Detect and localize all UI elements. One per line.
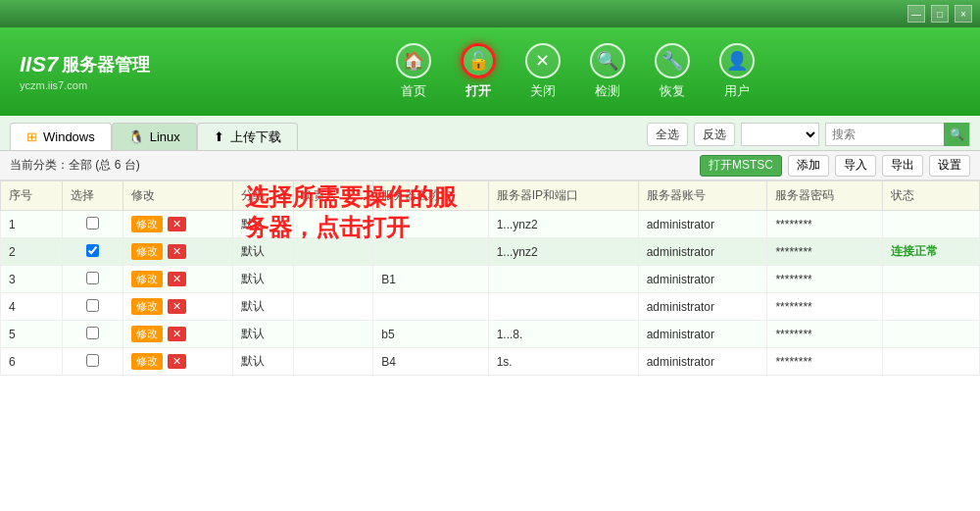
nav-home[interactable]: 🏠 首页: [396, 43, 431, 100]
nav-open[interactable]: 🔓 打开: [461, 43, 496, 100]
delete-button[interactable]: ✕: [168, 327, 186, 341]
cell-modify[interactable]: 修改 ✕: [123, 238, 233, 266]
delete-button[interactable]: ✕: [168, 354, 186, 369]
cell-account: administrator: [638, 348, 767, 376]
user-icon: 👤: [719, 43, 755, 78]
cell-modify[interactable]: 修改 ✕: [123, 293, 233, 321]
cell-password: ********: [767, 266, 882, 293]
nav-detect[interactable]: 🔍 检测: [590, 43, 625, 100]
close-button[interactable]: ×: [955, 5, 972, 23]
cell-ip: 1...ynz2: [488, 238, 638, 266]
row-checkbox[interactable]: [86, 272, 99, 284]
linux-icon: 🐧: [128, 129, 144, 144]
table-header-row: 序号 选择 修改 分组 负责人 服务器名称 服务器IP和端口 服务器账号 服务器…: [1, 181, 980, 211]
delete-button[interactable]: ✕: [168, 217, 186, 231]
col-name: 服务器名称: [373, 181, 488, 211]
nav-close[interactable]: ✕ 关闭: [525, 43, 561, 100]
cell-account: administrator: [638, 266, 767, 293]
invert-select-button[interactable]: 反选: [694, 123, 735, 146]
group-dropdown[interactable]: [741, 123, 819, 146]
cell-checkbox[interactable]: [62, 293, 123, 321]
col-modify: 修改: [123, 181, 233, 211]
import-button[interactable]: 导入: [835, 155, 876, 177]
modify-button[interactable]: 修改: [131, 353, 163, 370]
cell-checkbox[interactable]: [62, 266, 123, 293]
table-row: 2 修改 ✕ 默认 1...ynz2 administrator *******…: [1, 238, 980, 266]
select-all-button[interactable]: 全选: [647, 123, 688, 146]
tab-windows-label: Windows: [43, 129, 95, 144]
modify-button[interactable]: 修改: [131, 243, 163, 260]
cell-person: [294, 238, 373, 266]
table-row: 1 修改 ✕ 默认 1...ynz2 administrator *******…: [1, 211, 980, 238]
app-header: IIS7 服务器管理 yczm.iis7.com 🏠 首页 🔓 打开 ✕ 关闭 …: [0, 27, 980, 116]
cell-status: [882, 211, 979, 238]
search-input[interactable]: [826, 124, 944, 145]
detect-icon: 🔍: [590, 43, 625, 78]
table-row: 4 修改 ✕ 默认 administrator ********: [1, 293, 980, 321]
cell-name: [373, 293, 488, 321]
logo-text: 服务器管理: [62, 53, 150, 77]
cell-name: [373, 211, 488, 238]
row-checkbox[interactable]: [86, 354, 99, 367]
cell-id: 6: [1, 348, 63, 376]
cell-ip: 1s.: [488, 348, 638, 376]
delete-button[interactable]: ✕: [168, 244, 186, 259]
col-status: 状态: [882, 181, 979, 211]
cell-modify[interactable]: 修改 ✕: [123, 266, 233, 293]
minimize-button[interactable]: —: [907, 5, 925, 23]
delete-button[interactable]: ✕: [168, 272, 186, 286]
modify-button[interactable]: 修改: [131, 326, 163, 342]
settings-button[interactable]: 设置: [929, 155, 970, 177]
tab-linux[interactable]: 🐧 Linux: [112, 123, 197, 150]
col-ip: 服务器IP和端口: [488, 181, 638, 211]
cell-checkbox[interactable]: [62, 238, 123, 266]
table-row: 3 修改 ✕ 默认 B1 administrator ********: [1, 266, 980, 293]
server-table-container: 序号 选择 修改 分组 负责人 服务器名称 服务器IP和端口 服务器账号 服务器…: [0, 180, 980, 511]
cell-checkbox[interactable]: [62, 348, 123, 376]
cell-checkbox[interactable]: [62, 321, 123, 348]
cell-ip: [488, 266, 638, 293]
delete-button[interactable]: ✕: [168, 299, 186, 314]
nav-user[interactable]: 👤 用户: [719, 43, 755, 100]
cell-name: B1: [373, 266, 488, 293]
cell-modify[interactable]: 修改 ✕: [123, 211, 233, 238]
cell-group: 默认: [232, 348, 294, 376]
nav-icons: 🏠 首页 🔓 打开 ✕ 关闭 🔍 检测 🔧 恢复 👤 用户: [189, 43, 960, 100]
modify-button[interactable]: 修改: [131, 298, 163, 315]
nav-restore[interactable]: 🔧 恢复: [655, 43, 690, 100]
modify-button[interactable]: 修改: [131, 216, 163, 232]
app-title: IIS7 服务器管理: [20, 52, 150, 77]
cell-group: 默认: [232, 293, 294, 321]
tab-upload[interactable]: ⬆ 上传下载: [197, 123, 298, 150]
cell-account: administrator: [638, 293, 767, 321]
row-checkbox[interactable]: [86, 244, 99, 257]
modify-button[interactable]: 修改: [131, 271, 163, 287]
logo-subtitle: yczm.iis7.com: [20, 79, 150, 91]
cell-person: [294, 211, 373, 238]
cell-id: 3: [1, 266, 63, 293]
add-button[interactable]: 添加: [788, 155, 829, 177]
row-checkbox[interactable]: [86, 217, 99, 230]
cell-ip: [488, 293, 638, 321]
cell-password: ********: [767, 293, 882, 321]
tab-windows[interactable]: ⊞ Windows: [10, 123, 112, 150]
cell-modify[interactable]: 修改 ✕: [123, 321, 233, 348]
server-table: 序号 选择 修改 分组 负责人 服务器名称 服务器IP和端口 服务器账号 服务器…: [0, 180, 980, 376]
maximize-button[interactable]: □: [931, 5, 949, 23]
row-checkbox[interactable]: [86, 327, 99, 339]
right-toolbar: 全选 反选 🔍: [647, 123, 970, 150]
table-row: 6 修改 ✕ 默认 B4 1s. administrator ********: [1, 348, 980, 376]
cell-id: 2: [1, 238, 63, 266]
row-checkbox[interactable]: [86, 299, 99, 312]
window-controls[interactable]: — □ ×: [907, 5, 972, 23]
cell-checkbox[interactable]: [62, 211, 123, 238]
cell-modify[interactable]: 修改 ✕: [123, 348, 233, 376]
cell-account: administrator: [638, 321, 767, 348]
cell-account: administrator: [638, 211, 767, 238]
cell-id: 1: [1, 211, 63, 238]
cell-ip: 1...8.: [488, 321, 638, 348]
cell-person: [294, 348, 373, 376]
export-button[interactable]: 导出: [882, 155, 923, 177]
search-button[interactable]: 🔍: [944, 123, 969, 146]
open-mstsc-button[interactable]: 打开MSTSC: [700, 155, 782, 177]
